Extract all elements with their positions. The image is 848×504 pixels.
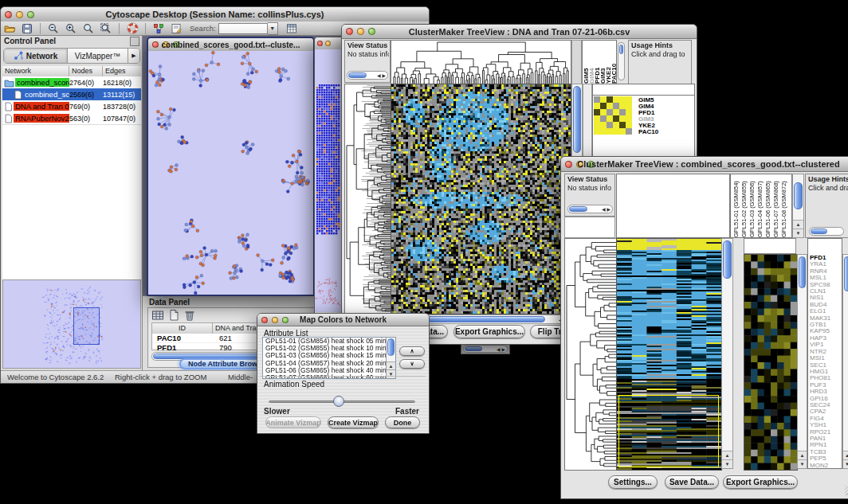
tv1-matrix-cell[interactable] bbox=[594, 96, 600, 103]
tv1-zoom-matrix[interactable] bbox=[594, 96, 632, 135]
grid-window-titlebar[interactable] bbox=[315, 37, 344, 50]
tv1-matrix-cell[interactable] bbox=[613, 96, 619, 103]
tv1-matrix-cell[interactable] bbox=[600, 103, 607, 109]
tv1-matrix-cell[interactable] bbox=[626, 109, 632, 115]
tv1-column-label[interactable]: GIM4 bbox=[588, 41, 594, 84]
tv2-column-label[interactable]: GPL51-08 (GSM872) bbox=[780, 174, 788, 237]
tab-vizmapper[interactable]: VizMapper™ bbox=[68, 49, 128, 63]
zoom-fit-icon[interactable] bbox=[82, 22, 95, 35]
tv1-column-label[interactable]: GIM3 bbox=[599, 41, 605, 84]
treeview1-titlebar[interactable]: ClusterMaker TreeView : DNA and Tran 07-… bbox=[342, 25, 697, 39]
grid-network-canvas[interactable] bbox=[315, 49, 342, 312]
tv1-matrix-cell[interactable] bbox=[594, 115, 600, 122]
tv1-matrix-cell[interactable] bbox=[600, 115, 607, 122]
tv1-matrix-cell[interactable] bbox=[619, 96, 626, 103]
tv2-button-save-data[interactable]: Save Data... bbox=[665, 475, 719, 489]
network-list-row[interactable]: combined_scores2764(0)16218(0) bbox=[2, 76, 141, 88]
treeview2-titlebar[interactable]: ClusterMaker TreeView : combined_scores_… bbox=[561, 157, 848, 172]
dialog-button-create-vizmap[interactable]: Create Vizmap bbox=[328, 416, 379, 428]
tv1-row-dendrogram[interactable] bbox=[344, 84, 392, 315]
save-session-icon[interactable] bbox=[21, 22, 33, 35]
tv1-zoom-gene-label[interactable]: PAC10 bbox=[637, 129, 685, 135]
move-up-button[interactable]: ∧ bbox=[399, 346, 425, 356]
search-input[interactable] bbox=[218, 23, 268, 34]
tv2-usage-scrollbar[interactable] bbox=[809, 227, 844, 236]
network-view-titlebar[interactable]: combined_scores_good.txt--cluste... bbox=[148, 38, 313, 52]
tv1-column-labels[interactable]: GIM5GIM4PFD1GIM3YKE2PAC10 bbox=[582, 40, 617, 84]
network-overview-thumbnail[interactable] bbox=[3, 280, 140, 368]
tv1-matrix-cell[interactable] bbox=[607, 109, 613, 115]
tv1-column-label[interactable]: YKE2 bbox=[605, 41, 610, 84]
tv1-matrix-cell[interactable] bbox=[626, 128, 632, 135]
tv1-matrix-cell[interactable] bbox=[626, 115, 632, 122]
tv2-column-label[interactable]: GPL51-02 (GSM855) bbox=[740, 174, 748, 237]
search-dropdown-icon[interactable]: ▼ bbox=[268, 22, 278, 35]
tv2-column-label[interactable]: GPL51-03 (GSM856) bbox=[748, 174, 756, 237]
tv2-view-status-scrollbar[interactable]: ◀ ▶ bbox=[567, 205, 613, 213]
tv2-column-label[interactable]: GPL51-07 (GSM868) bbox=[772, 174, 780, 237]
main-titlebar[interactable]: Cytoscape Desktop (Session Name: collins… bbox=[1, 7, 429, 22]
tv1-matrix-cell[interactable] bbox=[613, 109, 619, 115]
tv1-column-dendrogram[interactable] bbox=[391, 40, 571, 84]
tv2-labels-vscrollbar[interactable]: ▲▼ bbox=[792, 174, 804, 238]
tv1-matrix-cell[interactable] bbox=[619, 103, 626, 109]
data-table-header-id[interactable]: ID bbox=[152, 323, 213, 334]
network-list-row[interactable]: DNA and Tran 07769(0)183728(0) bbox=[2, 100, 141, 112]
zoom-in-icon[interactable] bbox=[65, 22, 77, 35]
tv2-genes-vscrollbar[interactable]: ▲▼ bbox=[842, 254, 848, 469]
tv1-matrix-cell[interactable] bbox=[626, 96, 632, 103]
animation-speed-slider-thumb[interactable] bbox=[333, 396, 344, 407]
tv1-column-label[interactable]: PFD1 bbox=[594, 41, 599, 84]
tv2-zoom-vscrollbar[interactable]: ▲▼ bbox=[797, 254, 807, 469]
vizmapper-icon[interactable] bbox=[152, 22, 165, 35]
tv1-matrix-cell[interactable] bbox=[607, 128, 613, 135]
tv2-row-dendrogram[interactable] bbox=[564, 238, 617, 471]
tv1-matrix-cell[interactable] bbox=[613, 122, 619, 128]
tv1-matrix-cell[interactable] bbox=[594, 128, 600, 135]
tv1-view-status-scrollbar[interactable]: ◀ ▶ bbox=[347, 71, 388, 80]
tab-network[interactable]: Network bbox=[4, 49, 68, 63]
tv1-matrix-cell[interactable] bbox=[607, 122, 613, 128]
dialog-button-done[interactable]: Done bbox=[385, 416, 420, 428]
tv1-matrix-cell[interactable] bbox=[594, 103, 600, 109]
tv2-button-settings[interactable]: Settings... bbox=[608, 475, 658, 489]
attribute-list-item[interactable]: GPL51-07 (GSM868) heat shock 60 min bbox=[263, 374, 395, 379]
tv1-matrix-cell[interactable] bbox=[607, 115, 613, 122]
annotation-icon[interactable] bbox=[170, 22, 183, 35]
tv1-matrix-cell[interactable] bbox=[619, 109, 626, 115]
tv1-column-label[interactable]: PAC10 bbox=[610, 41, 616, 84]
tv1-matrix-cell[interactable] bbox=[594, 122, 600, 128]
tv1-matrix-cell[interactable] bbox=[607, 103, 613, 109]
open-file-icon[interactable] bbox=[3, 22, 16, 35]
tv2-column-label[interactable]: GPL51-01 (GSM854) bbox=[732, 174, 740, 237]
tv2-button-export-graphics[interactable]: Export Graphics... bbox=[723, 475, 798, 489]
move-down-button[interactable]: ∨ bbox=[399, 359, 425, 369]
zoom-out-icon[interactable] bbox=[47, 22, 60, 35]
tv1-matrix-cell[interactable] bbox=[600, 96, 607, 103]
resize-grip[interactable] bbox=[845, 486, 848, 495]
fragment-scrollbar[interactable]: ◀ ▶ bbox=[463, 345, 508, 353]
tv1-matrix-cell[interactable] bbox=[607, 96, 613, 103]
tv1-matrix-cell[interactable] bbox=[613, 103, 619, 109]
tv1-button-export-graphics[interactable]: Export Graphics... bbox=[453, 325, 525, 338]
tv1-matrix-cell[interactable] bbox=[626, 122, 632, 128]
tv2-heatmap-vscrollbar[interactable]: ▲▼ bbox=[721, 238, 733, 469]
dialog-titlebar[interactable]: Map Colors to Network bbox=[257, 314, 429, 326]
tv1-matrix-cell[interactable] bbox=[600, 128, 607, 135]
tv1-matrix-cell[interactable] bbox=[600, 122, 607, 128]
tv1-labels-scrollbar[interactable] bbox=[618, 42, 625, 80]
tv1-global-heatmap[interactable] bbox=[391, 84, 571, 315]
tv1-matrix-cell[interactable] bbox=[594, 109, 600, 115]
tv1-matrix-cell[interactable] bbox=[626, 103, 632, 109]
tv1-matrix-cell[interactable] bbox=[600, 109, 607, 115]
tv1-matrix-cell[interactable] bbox=[613, 128, 619, 135]
tv2-column-label[interactable]: GPL51-06 (GSM865) bbox=[764, 174, 772, 237]
import-table-icon[interactable] bbox=[285, 22, 298, 35]
attribute-list-scrollbar[interactable]: ▲▼ bbox=[386, 338, 395, 378]
help-icon[interactable] bbox=[126, 22, 139, 35]
tv2-gene-label[interactable]: MON2 bbox=[808, 463, 842, 469]
network-list-row[interactable]: combined_sco2569(6)13112(15) bbox=[2, 88, 141, 100]
tv2-global-heatmap[interactable] bbox=[616, 238, 722, 471]
tabs-overflow-arrow[interactable]: ▶ bbox=[128, 49, 139, 63]
zoom-selected-icon[interactable] bbox=[100, 22, 112, 35]
